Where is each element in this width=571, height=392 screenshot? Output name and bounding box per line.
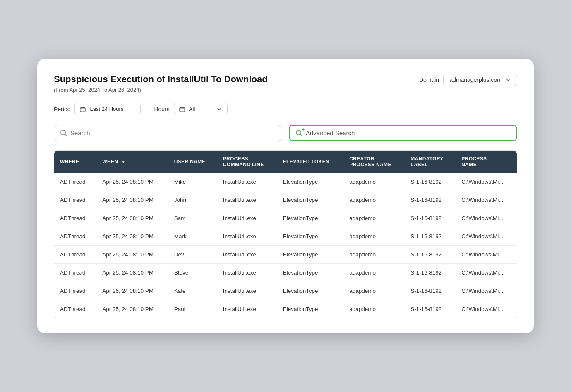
- search-icon: [60, 129, 67, 136]
- col-elevated-token: ELEVATED TOKEN: [277, 151, 343, 173]
- cell-4-row-3: ElevationType: [277, 227, 343, 246]
- cell-7-row-7: C:\Windows\Mi...: [456, 300, 517, 318]
- advanced-search-plus: +: [302, 128, 305, 132]
- cell-0-row-1: ADThread: [54, 191, 96, 209]
- cell-1-row-5: Apr 25, 24 08:10 PM: [96, 264, 168, 282]
- cell-5-row-2: adapdemo: [343, 209, 405, 227]
- cell-3-row-5: InstallUtil.exe: [217, 264, 277, 282]
- cell-0-row-5: ADThread: [54, 264, 96, 282]
- table-row[interactable]: ADThreadApr 25, 24 08:10 PMMarkInstallUt…: [54, 227, 517, 246]
- cell-5-row-4: adapdemo: [343, 246, 405, 264]
- hours-filter: Hours All: [154, 103, 227, 115]
- cell-6-row-7: S-1-16-8192: [405, 300, 456, 318]
- cell-7-row-4: C:\Windows\Mi...: [456, 246, 517, 264]
- cell-7-row-2: C:\Windows\Mi...: [456, 209, 517, 227]
- table-row[interactable]: ADThreadApr 25, 24 08:10 PMSamInstallUti…: [54, 209, 517, 227]
- cell-0-row-4: ADThread: [54, 246, 96, 264]
- cell-6-row-2: S-1-16-8192: [405, 209, 456, 227]
- cell-0-row-6: ADThread: [54, 282, 96, 300]
- cell-2-row-1: John: [168, 191, 217, 209]
- advanced-search-icon-wrap: +: [295, 129, 302, 136]
- cell-6-row-3: S-1-16-8192: [405, 227, 456, 246]
- col-username: USER NAME: [168, 151, 217, 173]
- cell-3-row-7: InstallUtil.exe: [217, 300, 277, 318]
- col-when[interactable]: WHEN ▼: [96, 151, 168, 173]
- cell-5-row-5: adapdemo: [343, 264, 405, 282]
- cell-7-row-5: C:\Windows\Mi...: [456, 264, 517, 282]
- period-value: Last 24 Hours: [90, 106, 123, 112]
- hours-dropdown[interactable]: All: [174, 103, 228, 115]
- cell-1-row-6: Apr 25, 24 08:10 PM: [96, 282, 168, 300]
- table-row[interactable]: ADThreadApr 25, 24 08:10 PMMikeInstallUt…: [54, 173, 517, 191]
- cell-4-row-5: ElevationType: [277, 264, 343, 282]
- advanced-search-label: Advanced Search: [306, 129, 355, 136]
- svg-point-3: [296, 130, 301, 135]
- cell-3-row-0: InstallUtil.exe: [217, 173, 277, 191]
- svg-rect-0: [80, 107, 85, 112]
- cell-4-row-6: ElevationType: [277, 282, 343, 300]
- cell-4-row-0: ElevationType: [277, 173, 343, 191]
- col-process-command-line: PROCESSCOMMAND LINE: [217, 151, 277, 173]
- hours-chevron-icon: [216, 106, 222, 112]
- cell-1-row-3: Apr 25, 24 08:10 PM: [96, 227, 168, 246]
- domain-label: Domain: [419, 76, 439, 83]
- domain-selector: Domain admanagerplus.com: [419, 74, 517, 86]
- cell-4-row-7: ElevationType: [277, 300, 343, 318]
- data-table: WHERE WHEN ▼ USER NAME PROCESSCOMMAND LI…: [54, 151, 517, 318]
- table-row[interactable]: ADThreadApr 25, 24 08:10 PMKateInstallUt…: [54, 282, 517, 300]
- cell-3-row-2: InstallUtil.exe: [217, 209, 277, 227]
- cell-6-row-6: S-1-16-8192: [405, 282, 456, 300]
- cell-0-row-0: ADThread: [54, 173, 96, 191]
- cell-0-row-3: ADThread: [54, 227, 96, 246]
- cell-1-row-0: Apr 25, 24 08:10 PM: [96, 173, 168, 191]
- header-row: Supspicious Execution of InstallUtil To …: [54, 74, 517, 93]
- period-input[interactable]: Last 24 Hours: [74, 103, 141, 115]
- table-header: WHERE WHEN ▼ USER NAME PROCESSCOMMAND LI…: [54, 151, 517, 173]
- cell-5-row-7: adapdemo: [343, 300, 405, 318]
- title-block: Supspicious Execution of InstallUtil To …: [54, 74, 268, 93]
- domain-dropdown[interactable]: admanagerplus.com: [443, 74, 517, 86]
- cell-7-row-3: C:\Windows\Mi...: [456, 227, 517, 246]
- cell-7-row-6: C:\Windows\Mi...: [456, 282, 517, 300]
- main-card: Supspicious Execution of InstallUtil To …: [37, 59, 534, 334]
- cell-3-row-1: InstallUtil.exe: [217, 191, 277, 209]
- col-process-name: PROCESSNAME: [456, 151, 517, 173]
- cell-5-row-0: adapdemo: [343, 173, 405, 191]
- cell-2-row-5: Steve: [168, 264, 217, 282]
- cell-4-row-1: ElevationType: [277, 191, 343, 209]
- cell-5-row-6: adapdemo: [343, 282, 405, 300]
- cell-1-row-2: Apr 25, 24 08:10 PM: [96, 209, 168, 227]
- domain-value: admanagerplus.com: [449, 76, 502, 83]
- cell-3-row-6: InstallUtil.exe: [217, 282, 277, 300]
- cell-2-row-7: Paul: [168, 300, 217, 318]
- period-filter: Period Last 24 Hours: [54, 103, 141, 115]
- table-row[interactable]: ADThreadApr 25, 24 08:10 PMDevInstallUti…: [54, 246, 517, 264]
- advanced-search-icon: [295, 129, 302, 136]
- table-row[interactable]: ADThreadApr 25, 24 08:10 PMPaulInstallUt…: [54, 300, 517, 318]
- search-input[interactable]: [70, 129, 275, 136]
- svg-point-2: [61, 130, 65, 135]
- advanced-search-box[interactable]: + Advanced Search: [289, 125, 517, 141]
- data-table-wrap: WHERE WHEN ▼ USER NAME PROCESSCOMMAND LI…: [54, 150, 517, 318]
- cell-3-row-3: InstallUtil.exe: [217, 227, 277, 246]
- cell-1-row-1: Apr 25, 24 08:10 PM: [96, 191, 168, 209]
- cell-6-row-1: S-1-16-8192: [405, 191, 456, 209]
- cell-2-row-4: Dev: [168, 246, 217, 264]
- hours-label: Hours: [154, 106, 169, 112]
- cell-0-row-7: ADThread: [54, 300, 96, 318]
- cell-6-row-4: S-1-16-8192: [405, 246, 456, 264]
- cell-1-row-7: Apr 25, 24 08:10 PM: [96, 300, 168, 318]
- calendar-icon: [80, 106, 86, 112]
- table-body: ADThreadApr 25, 24 08:10 PMMikeInstallUt…: [54, 173, 517, 318]
- table-row[interactable]: ADThreadApr 25, 24 08:10 PMSteveInstallU…: [54, 264, 517, 282]
- cell-2-row-2: Sam: [168, 209, 217, 227]
- cell-6-row-0: S-1-16-8192: [405, 173, 456, 191]
- svg-rect-1: [180, 107, 185, 112]
- cell-6-row-5: S-1-16-8192: [405, 264, 456, 282]
- search-box[interactable]: [54, 125, 281, 141]
- cell-7-row-0: C:\Windows\Mi...: [456, 173, 517, 191]
- table-row[interactable]: ADThreadApr 25, 24 08:10 PMJohnInstallUt…: [54, 191, 517, 209]
- search-row: + Advanced Search: [54, 125, 517, 141]
- col-creator-process-name: CREATORPROCESS NAME: [343, 151, 405, 173]
- cell-7-row-1: C:\Windows\Mi...: [456, 191, 517, 209]
